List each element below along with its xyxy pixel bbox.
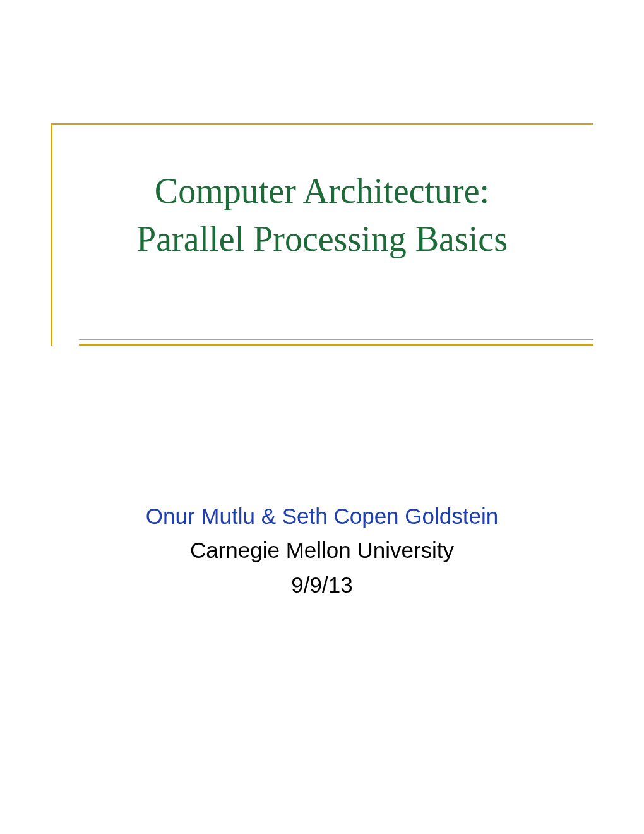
affiliation: Carnegie Mellon University xyxy=(0,533,644,567)
frame-border-top xyxy=(51,123,593,125)
date: 9/9/13 xyxy=(0,568,644,602)
authors-block: Onur Mutlu & Seth Copen Goldstein Carneg… xyxy=(0,499,644,602)
frame-border-bottom xyxy=(79,344,593,346)
slide-title: Computer Architecture: Parallel Processi… xyxy=(0,167,644,263)
authors: Onur Mutlu & Seth Copen Goldstein xyxy=(0,499,644,533)
title-line-1: Computer Architecture: xyxy=(155,171,489,210)
title-line-2: Parallel Processing Basics xyxy=(136,219,508,258)
frame-border-bottom-inner xyxy=(79,339,593,340)
presentation-slide: Computer Architecture: Parallel Processi… xyxy=(0,0,644,834)
